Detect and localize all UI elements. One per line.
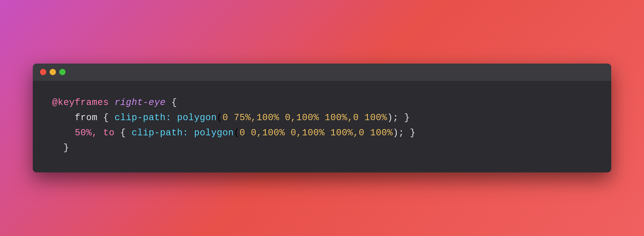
clip-path-prop-1: clip-path: (114, 112, 171, 123)
code-area: @keyframes right-eye { from { clip-path:… (33, 81, 611, 172)
polygon-args-1: 0 75%,100% 0,100% 100%,0 100% (222, 112, 387, 123)
from-keyword: from (75, 112, 97, 123)
minimize-button[interactable] (50, 69, 56, 75)
code-window: @keyframes right-eye { from { clip-path:… (33, 64, 611, 172)
polygon-fn-2: polygon (194, 128, 234, 138)
at-keyword: @keyframes (52, 97, 109, 108)
clip-path-prop-2: clip-path: (132, 128, 188, 138)
close-line-3: ); } (393, 128, 416, 138)
polygon-args-2: 0 0,100% 0,100% 100%,0 100% (240, 128, 393, 138)
close-line-2: ); } (387, 112, 410, 123)
open-brace-2: { (103, 112, 109, 123)
close-button[interactable] (40, 69, 46, 75)
polygon-fn-1: polygon (177, 112, 217, 123)
open-brace-1: { (171, 97, 177, 108)
to-keyword: to (103, 128, 114, 138)
close-brace-final: } (64, 143, 69, 153)
animation-name: right-eye (114, 97, 166, 108)
percent-keyword: 50%, (75, 128, 97, 138)
titlebar (33, 64, 611, 81)
maximize-button[interactable] (59, 69, 66, 75)
open-brace-3: { (120, 128, 126, 138)
code-block: @keyframes right-eye { from { clip-path:… (52, 95, 592, 156)
